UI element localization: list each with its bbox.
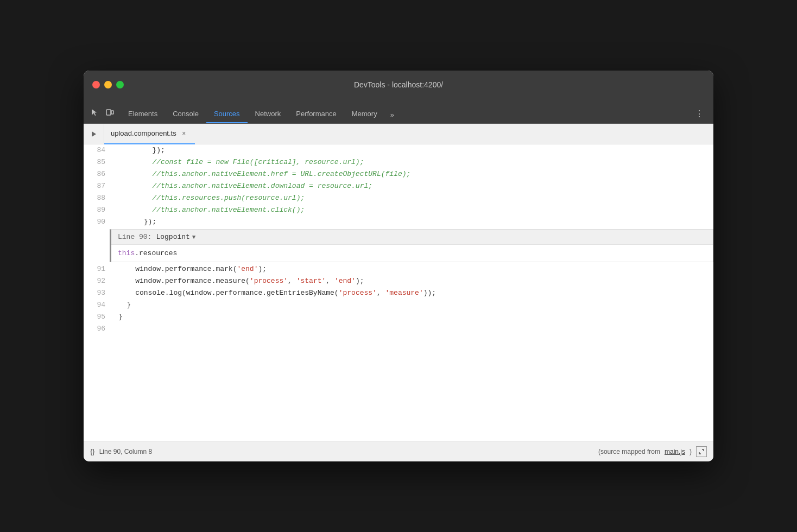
- cursor-position: Line 90, Column 8: [99, 448, 152, 455]
- file-tab-name: upload.component.ts: [111, 129, 176, 137]
- tab-sources[interactable]: Sources: [206, 105, 248, 123]
- devtools-window: DevTools - localhost:4200/ Elements Cons…: [84, 71, 713, 461]
- line-number: 92: [84, 275, 110, 287]
- svg-rect-0: [106, 110, 111, 115]
- code-table: 84 }); 85 //const file = new File([criti…: [84, 144, 713, 228]
- svg-rect-1: [111, 111, 113, 114]
- table-row: 84 });: [84, 144, 713, 156]
- cursor-icon[interactable]: [88, 106, 101, 119]
- line-number: 90: [84, 216, 110, 228]
- line-number: 84: [84, 144, 110, 156]
- line-content: [110, 323, 713, 335]
- tab-console[interactable]: Console: [165, 105, 206, 123]
- status-right: (source mapped from main.js ): [598, 446, 707, 457]
- line-number: 94: [84, 299, 110, 311]
- close-button[interactable]: [92, 81, 100, 88]
- status-bar: {} Line 90, Column 8 (source mapped from…: [84, 441, 713, 461]
- tab-bar: Elements Console Sources Network Perform…: [84, 99, 713, 124]
- minimize-button[interactable]: [104, 81, 112, 88]
- format-toggle-icon[interactable]: {}: [90, 447, 95, 455]
- table-row: 96: [84, 323, 713, 335]
- line-number: 96: [84, 323, 110, 335]
- logpoint-type-label: Logpoint: [156, 233, 189, 241]
- source-file-link[interactable]: main.js: [665, 448, 685, 455]
- window-title: DevTools - localhost:4200/: [354, 80, 443, 89]
- logpoint-header: Line 90: Logpoint ▼: [111, 230, 713, 244]
- tab-more-button[interactable]: »: [385, 106, 400, 123]
- line-content: //this.anchor.nativeElement.download = r…: [110, 180, 713, 192]
- tab-performance[interactable]: Performance: [288, 105, 344, 123]
- table-row: 88 //this.resources.push(resource.url);: [84, 192, 713, 204]
- tab-memory[interactable]: Memory: [344, 105, 385, 123]
- table-row: 91 window.performance.mark('end');: [84, 263, 713, 275]
- traffic-lights: [92, 81, 124, 88]
- file-tab-upload[interactable]: upload.component.ts ×: [104, 124, 195, 144]
- source-mapped-text: (source mapped from: [598, 448, 660, 455]
- line-content: //this.anchor.nativeElement.click();: [110, 204, 713, 216]
- code-table-after: 91 window.performance.mark('end'); 92 wi…: [84, 263, 713, 335]
- device-icon[interactable]: [103, 106, 116, 119]
- table-row: 92 window.performance.measure('process',…: [84, 275, 713, 287]
- title-bar: DevTools - localhost:4200/: [84, 71, 713, 99]
- logpoint-popup: Line 90: Logpoint ▼ this.resources: [110, 229, 713, 262]
- logpoint-line-label: Line 90:: [118, 233, 151, 241]
- line-content: //const file = new File([critical], reso…: [110, 156, 713, 168]
- dropdown-arrow-icon: ▼: [192, 234, 196, 240]
- tab-network[interactable]: Network: [248, 105, 289, 123]
- line-number: 91: [84, 263, 110, 275]
- table-row: 87 //this.anchor.nativeElement.download …: [84, 180, 713, 192]
- table-row: 90 });: [84, 216, 713, 228]
- line-content: //this.resources.push(resource.url);: [110, 192, 713, 204]
- line-content: }: [110, 299, 713, 311]
- line-content: window.performance.measure('process', 's…: [110, 275, 713, 287]
- logpoint-type-dropdown[interactable]: Logpoint ▼: [156, 233, 195, 241]
- table-row: 94 }: [84, 299, 713, 311]
- logpoint-input[interactable]: this.resources: [111, 244, 713, 262]
- source-mapped-close: ): [690, 448, 692, 455]
- table-row: 89 //this.anchor.nativeElement.click();: [84, 204, 713, 216]
- expand-icon[interactable]: [696, 446, 707, 457]
- svg-marker-2: [92, 131, 96, 137]
- tab-elements[interactable]: Elements: [121, 105, 165, 123]
- line-content: });: [110, 216, 713, 228]
- file-tab-bar: upload.component.ts ×: [84, 124, 713, 144]
- file-tab-close-button[interactable]: ×: [180, 129, 188, 138]
- line-number: 86: [84, 168, 110, 180]
- table-row: 85 //const file = new File([critical], r…: [84, 156, 713, 168]
- line-number: 95: [84, 311, 110, 323]
- line-content: console.log(window.performance.getEntrie…: [110, 287, 713, 299]
- line-content: }: [110, 311, 713, 323]
- line-number: 89: [84, 204, 110, 216]
- line-number: 88: [84, 192, 110, 204]
- line-number: 85: [84, 156, 110, 168]
- line-number: 87: [84, 180, 110, 192]
- line-content: window.performance.mark('end');: [110, 263, 713, 275]
- line-content: });: [110, 144, 713, 156]
- table-row: 86 //this.anchor.nativeElement.href = UR…: [84, 168, 713, 180]
- play-icon[interactable]: [84, 124, 104, 144]
- maximize-button[interactable]: [116, 81, 124, 88]
- status-left: {} Line 90, Column 8: [90, 447, 152, 455]
- table-row: 93 console.log(window.performance.getEnt…: [84, 287, 713, 299]
- devtools-menu-icon[interactable]: ⋮: [690, 104, 709, 123]
- line-content: //this.anchor.nativeElement.href = URL.c…: [110, 168, 713, 180]
- line-number: 93: [84, 287, 110, 299]
- code-editor[interactable]: 84 }); 85 //const file = new File([criti…: [84, 144, 713, 441]
- table-row: 95 }: [84, 311, 713, 323]
- toolbar-left: [88, 106, 116, 123]
